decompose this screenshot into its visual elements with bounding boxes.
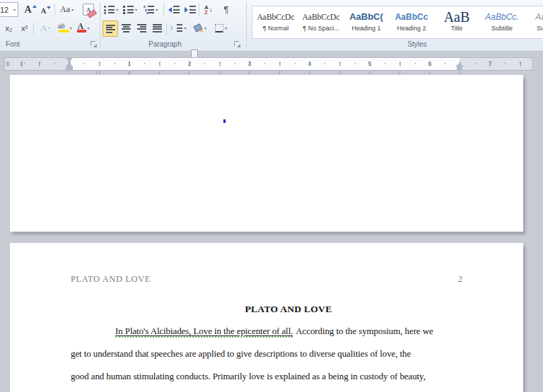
style-subtle-emphasis[interactable]: AaBb Subtle	[524, 8, 543, 36]
running-head[interactable]: PLATO AND LOVE	[71, 274, 151, 285]
paint-bucket-icon	[193, 24, 203, 32]
highlight-icon: ab	[57, 23, 68, 34]
word-window: 12 ▾ A A Aa ▾ A x₂ x² A	[0, 0, 543, 392]
align-right-button[interactable]	[134, 20, 148, 35]
document-page-1[interactable]	[10, 75, 523, 232]
underlined-grammar-text[interactable]: In Plato's Alcibiades, Love in the epice…	[115, 326, 293, 338]
change-case-icon: Aa	[60, 4, 70, 15]
styles-group-label: Styles	[396, 40, 438, 48]
numbering-icon	[123, 5, 134, 14]
font-color-bar	[77, 30, 86, 32]
ruler-number-5: 5	[366, 60, 373, 67]
ruler-number-7: 7	[486, 60, 494, 67]
line-spacing-icon: ↕	[170, 23, 182, 32]
shading-button[interactable]: ▾	[190, 20, 209, 35]
right-indent-marker-base[interactable]	[457, 66, 462, 70]
ruler-number-3: 3	[246, 60, 253, 67]
body-line-1[interactable]: In Plato's Alcibiades, Love in the epice…	[115, 326, 433, 337]
chevron-down-icon: ▾	[225, 26, 227, 30]
subscript-icon: x₂	[6, 24, 13, 32]
justify-button[interactable]	[150, 20, 164, 35]
chevron-down-icon: ▾	[204, 26, 206, 30]
clear-formatting-icon: A	[83, 4, 94, 16]
chevron-down-icon: ▾	[69, 26, 71, 30]
chevron-down-icon: ▾	[156, 8, 158, 12]
ruler-number-4: 4	[306, 60, 313, 67]
align-center-icon	[122, 24, 131, 32]
clear-formatting-button[interactable]: A	[79, 1, 98, 18]
sort-arrow-icon: ↓	[209, 6, 213, 13]
ruler-tab-strip	[69, 71, 462, 74]
font-color-icon: A	[76, 23, 86, 34]
body-line-3[interactable]: good and human stimulating conducts. Pri…	[71, 371, 426, 382]
chevron-down-icon: ▾	[135, 8, 137, 12]
increase-indent-button[interactable]	[182, 1, 197, 18]
style-subtitle[interactable]: AaBbCc. Subtitle	[480, 8, 524, 36]
paragraph-group-label: Paragraph	[148, 40, 182, 48]
superscript-button[interactable]: x²	[18, 20, 31, 36]
chevron-down-icon: ▾	[184, 26, 186, 30]
multilevel-list-icon	[144, 5, 154, 14]
decrease-indent-icon	[168, 5, 180, 14]
subscript-button[interactable]: x₂	[2, 20, 16, 36]
line-spacing-button[interactable]: ↕ ▾	[168, 20, 188, 35]
align-center-button[interactable]	[119, 20, 133, 35]
chevron-down-icon: ▾	[116, 8, 118, 12]
font-group-label: Font	[6, 40, 20, 48]
ruler-margin-number: 1	[4, 60, 11, 67]
bullets-button[interactable]: ▾	[103, 1, 119, 18]
shrink-font-button[interactable]: A	[39, 3, 53, 18]
ruler-ticks	[4, 57, 533, 71]
pilcrow-icon: ¶	[224, 4, 229, 15]
bullets-icon	[104, 5, 115, 14]
justify-icon	[153, 24, 162, 32]
grow-font-button[interactable]: A	[23, 1, 38, 18]
align-right-icon	[137, 24, 146, 32]
first-line-indent-marker[interactable]	[66, 58, 73, 62]
chevron-down-icon: ▾	[87, 26, 89, 30]
font-dialog-launcher[interactable]	[90, 41, 97, 47]
highlight-color-bar	[59, 30, 69, 32]
style-heading2[interactable]: AaBbCc Heading 2	[390, 8, 433, 36]
text-highlight-button[interactable]: ab ▾	[56, 20, 74, 36]
show-paragraph-marks-button[interactable]: ¶	[219, 1, 233, 18]
grow-font-icon: A	[24, 4, 31, 16]
superscript-icon: x²	[21, 24, 28, 32]
chevron-down-icon: ▾	[48, 26, 50, 30]
align-left-button[interactable]	[103, 20, 118, 37]
chevron-down-icon: ▾	[71, 8, 74, 12]
font-size-combobox[interactable]: 12 ▾	[0, 2, 18, 17]
style-normal[interactable]: AaBbCcDc ¶ Normal	[254, 8, 298, 36]
style-no-spacing[interactable]: AaBbCcDc ¶ No Spaci...	[299, 8, 343, 36]
style-heading1[interactable]: AaBbC( Heading 1	[344, 8, 388, 36]
style-title[interactable]: AaB Title	[435, 8, 479, 36]
shrink-font-arrow-icon	[47, 6, 51, 9]
insertion-point-cursor	[223, 119, 226, 123]
numbering-button[interactable]: ▾	[122, 1, 139, 18]
styles-gallery: AaBbCcDc ¶ Normal AaBbCcDc ¶ No Spaci...…	[252, 6, 543, 39]
grow-font-arrow-icon	[33, 5, 37, 8]
align-left-icon	[106, 25, 115, 33]
ruler-number-1: 1	[126, 60, 133, 67]
borders-icon	[215, 24, 223, 32]
text-effects-button[interactable]: A ▾	[36, 20, 54, 36]
ribbon: 12 ▾ A A Aa ▾ A x₂ x² A	[0, 0, 543, 52]
document-page-2[interactable]: PLATO AND LOVE 2 PLATO AND LOVE In Plato…	[10, 243, 523, 392]
font-color-button[interactable]: A ▾	[74, 20, 91, 36]
multilevel-list-button[interactable]: ▾	[141, 1, 160, 18]
borders-button[interactable]: ▾	[211, 20, 230, 35]
text-effects-icon: A	[40, 23, 47, 34]
left-indent-marker[interactable]	[66, 66, 73, 70]
sort-button[interactable]: A Z ↓	[201, 1, 216, 18]
shrink-font-icon: A	[41, 6, 47, 15]
page-number[interactable]: 2	[434, 274, 462, 285]
document-title[interactable]: PLATO AND LOVE	[115, 304, 462, 315]
increase-indent-icon	[185, 5, 196, 14]
sort-icon: A Z	[204, 5, 209, 15]
paragraph-dialog-launcher[interactable]	[234, 41, 240, 47]
change-case-button[interactable]: Aa ▾	[57, 1, 76, 18]
decrease-indent-button[interactable]	[166, 1, 181, 18]
body-line-2[interactable]: get to understand that speeches are appl…	[71, 348, 411, 360]
font-size-value: 12	[0, 6, 8, 14]
chevron-down-icon[interactable]: ▾	[13, 8, 16, 12]
